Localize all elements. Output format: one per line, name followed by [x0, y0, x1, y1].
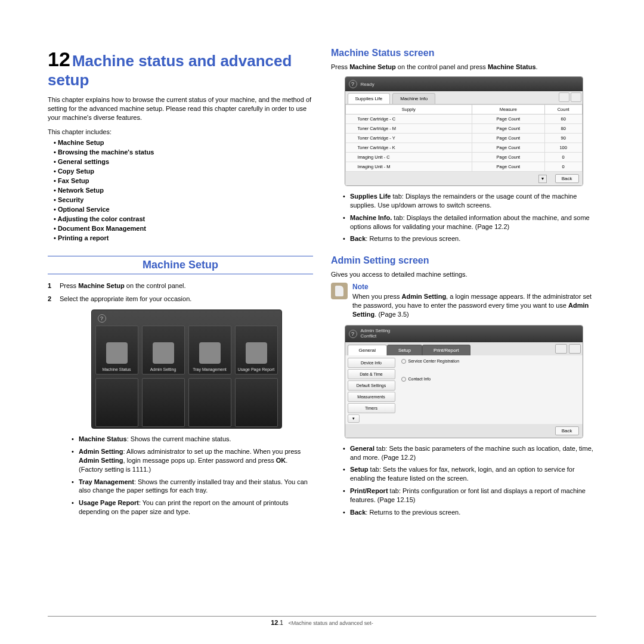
note-text: When you press Admin Setting, a login me… — [352, 292, 596, 319]
admin-lead: Gives you access to detailed machine set… — [331, 271, 596, 278]
page-footer: 12.1 <Machine status and advanced set- — [48, 616, 596, 626]
sidebar-item-timers[interactable]: Timers — [348, 403, 395, 413]
status-lead: Press Machine Setup on the control panel… — [331, 63, 596, 70]
home-icon[interactable] — [571, 92, 581, 102]
list-item: Usage Page Report: You can print the rep… — [72, 499, 313, 516]
note-icon — [331, 283, 348, 299]
table-row: Imaging Unit - MPage Count0 — [345, 162, 582, 172]
tile-machine-status[interactable]: Machine Status — [95, 326, 138, 374]
toc-item[interactable]: General settings — [54, 158, 313, 165]
supplies-table: SupplyMeasureCount Toner Cartridge - CPa… — [345, 104, 583, 172]
text: When you press — [352, 293, 402, 300]
back-button[interactable]: Back — [555, 426, 579, 435]
scroll-down-icon[interactable]: ▾ — [348, 414, 360, 423]
tab-machine-info[interactable]: Machine Info — [392, 93, 435, 104]
text: on the control panel. — [125, 282, 186, 289]
tile-admin-setting[interactable]: Admin Setting — [142, 326, 185, 374]
toc-item[interactable]: Document Box Management — [54, 225, 313, 232]
cell: 80 — [544, 124, 582, 134]
intro-paragraph: This chapter explains how to browse the … — [48, 95, 313, 122]
toc-item[interactable]: Printing a report — [54, 234, 313, 242]
ss-header: ? — [95, 314, 278, 323]
cell: Imaging Unit - M — [345, 162, 472, 172]
bold: Back — [350, 235, 366, 242]
note-block: Note When you press Admin Setting, a log… — [331, 283, 596, 319]
ss-body: Device Info Date & Time Default Settings… — [345, 355, 583, 424]
tray-icon — [199, 342, 221, 364]
chapter-title: Machine status and advanced setup — [48, 52, 292, 89]
ss-header: ? Admin SettingConflict — [345, 326, 583, 342]
steps-list: Press Machine Setup on the control panel… — [48, 281, 313, 516]
logout-icon[interactable] — [559, 92, 569, 102]
text: : Shows the current machine status. — [127, 435, 231, 442]
status-ready: Ready — [361, 82, 374, 87]
cell: Page Count — [472, 143, 544, 153]
tab-print-report[interactable]: Print/Report — [422, 345, 470, 355]
tile-usage-report[interactable]: Usage Page Report — [235, 326, 278, 374]
help-icon[interactable]: ? — [349, 80, 357, 88]
tab-general[interactable]: General — [348, 345, 387, 355]
col-count: Count — [544, 105, 582, 114]
toc-item[interactable]: Copy Setup — [54, 168, 313, 175]
list-item: General tab: Sets the basic parameters o… — [343, 444, 596, 462]
cell: Page Count — [472, 134, 544, 143]
tile-label: Usage Page Report — [238, 367, 274, 372]
logout-icon[interactable] — [555, 344, 567, 354]
toc-item[interactable]: Fax Setup — [54, 177, 313, 184]
radio-icon[interactable] — [401, 359, 406, 364]
tab-setup[interactable]: Setup — [387, 345, 422, 355]
tile-tray-management[interactable]: Tray Management — [188, 326, 231, 374]
option-contact-info[interactable]: Contact Info — [401, 377, 579, 382]
header-title: Admin SettingConflict — [361, 329, 391, 339]
cell: Toner Cartridge - K — [345, 143, 472, 153]
tile-grid: Machine Status Admin Setting Tray Manage… — [95, 326, 278, 427]
tile-label: Machine Status — [102, 367, 131, 372]
help-icon[interactable]: ? — [98, 314, 106, 323]
home-icon[interactable] — [569, 344, 581, 354]
back-button[interactable]: Back — [555, 174, 579, 183]
scroll-down-icon[interactable]: ▾ — [538, 175, 547, 183]
text: : Allows administrator to set up the mac… — [123, 448, 301, 455]
toc-item[interactable]: Network Setup — [54, 187, 313, 194]
sidebar-item-default-settings[interactable]: Default Settings — [348, 380, 395, 391]
admin-bullets: General tab: Sets the basic parameters o… — [343, 444, 596, 517]
option-service-center[interactable]: Service Center Registration — [401, 359, 579, 364]
tab-bar: General Setup Print/Report — [345, 342, 583, 355]
toc-item[interactable]: Machine Setup — [54, 139, 313, 146]
sidebar-item-device-info[interactable]: Device Info — [348, 358, 395, 368]
right-column: Machine Status screen Press Machine Setu… — [331, 48, 596, 521]
table-header-row: SupplyMeasureCount — [345, 105, 582, 114]
bold: General — [350, 445, 374, 452]
note-content: Note When you press Admin Setting, a log… — [352, 283, 596, 319]
sidebar-item-measurements[interactable]: Measurements — [348, 392, 395, 402]
tile-empty — [142, 378, 185, 427]
toc-item[interactable]: Adjusting the color contrast — [54, 215, 313, 222]
bold: Machine Setup — [349, 63, 396, 70]
section-heading-machine-setup: Machine Setup — [48, 256, 313, 274]
list-item: Tray Management: Shows the currently ins… — [72, 478, 313, 496]
screenshot-admin-setting: ? Admin SettingConflict General Setup Pr… — [345, 325, 583, 438]
cell: 90 — [544, 134, 582, 143]
toc-item[interactable]: Browsing the machine's status — [54, 148, 313, 156]
cell: 60 — [544, 114, 582, 124]
cell: Toner Cartridge - Y — [345, 134, 472, 143]
cell: Page Count — [472, 153, 544, 162]
text: , login message pops up. Enter password … — [123, 457, 276, 464]
text: . (Page 3.5) — [374, 311, 408, 318]
radio-icon[interactable] — [401, 377, 406, 382]
bold: OK — [276, 457, 286, 464]
text: Conflict — [361, 333, 377, 339]
table-row: Imaging Unit - CPage Count0 — [345, 153, 582, 162]
text: Press — [60, 282, 78, 289]
table-row: Toner Cartridge - MPage Count80 — [345, 124, 582, 134]
list-item: Machine Status: Shows the current machin… — [72, 435, 313, 444]
sidebar-item-date-time[interactable]: Date & Time — [348, 369, 395, 379]
toc-item[interactable]: Security — [54, 196, 313, 203]
cell: 0 — [544, 162, 582, 172]
col-measure: Measure — [472, 105, 544, 114]
tab-supplies-life[interactable]: Supplies Life — [348, 93, 391, 104]
cell: Toner Cartridge - M — [345, 124, 472, 134]
toc-item[interactable]: Optional Service — [54, 206, 313, 213]
help-icon[interactable]: ? — [349, 330, 357, 338]
bold: Setup — [350, 466, 369, 473]
